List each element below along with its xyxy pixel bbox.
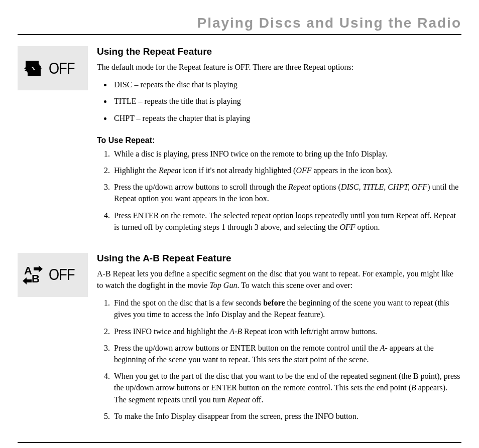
text-column-ab: Using the A-B Repeat Feature A-B Repeat …	[97, 253, 461, 427]
subheading-to-use-repeat: To Use Repeat:	[97, 136, 461, 145]
ab-repeat-off-icon-box: A B OFF	[18, 253, 88, 297]
section-ab-repeat: A B OFF Using the A-B Repeat Feature A-B…	[18, 253, 461, 427]
t: Repeat	[228, 395, 250, 404]
t: Highlight the	[114, 166, 159, 175]
repeat-icon	[22, 57, 45, 80]
svg-text:B: B	[32, 272, 40, 285]
icon-column-repeat: OFF	[18, 46, 88, 238]
bullet-chpt: CHPT – repeats the chapter that is playi…	[112, 112, 461, 124]
bullets-repeat: DISC – repeats the disc that is playing …	[97, 79, 461, 124]
t: . To watch this scene over and over:	[237, 281, 352, 289]
t: option.	[355, 223, 380, 231]
t: Press the up/down arrow buttons to scrol…	[114, 183, 288, 191]
t: Press the up/down arrow buttons or ENTER…	[114, 344, 380, 352]
intro-repeat: The default mode for the Repeat feature …	[97, 61, 461, 73]
steps-repeat: While a disc is playing, press INFO twic…	[97, 148, 461, 233]
step-3: Press the up/down arrow buttons to scrol…	[112, 181, 461, 204]
divider-bottom	[18, 442, 461, 443]
t: icon if it's not already highlighted (	[181, 166, 296, 175]
t: Repeat icon with left/right arrow button…	[244, 327, 377, 336]
intro-ab: A-B Repeat lets you define a specific se…	[97, 268, 461, 291]
page-title: Playing Discs and Using the Radio	[18, 15, 461, 31]
repeat-icon-label: OFF	[49, 59, 75, 78]
t: Press ENTER on the remote. The selected …	[114, 211, 456, 231]
section-repeat: OFF Using the Repeat Feature The default…	[18, 46, 461, 238]
ab-step-5: To make the Info Display disappear from …	[112, 410, 461, 422]
t: OFF	[339, 223, 355, 231]
t: B	[411, 383, 416, 392]
heading-repeat: Using the Repeat Feature	[97, 46, 461, 57]
svg-text:A: A	[24, 264, 32, 277]
divider-top	[18, 34, 461, 35]
steps-ab: Find the spot on the disc that is a few …	[97, 297, 461, 422]
ab-step-1: Find the spot on the disc that is a few …	[112, 297, 461, 320]
text-column-repeat: Using the Repeat Feature The default mod…	[97, 46, 461, 238]
t: Find the spot on the disc that is a few …	[114, 298, 263, 307]
bullet-disc: DISC – repeats the disc that is playing	[112, 79, 461, 90]
t: off.	[250, 395, 263, 404]
t: DISC, TITLE, CHPT, OFF	[341, 183, 427, 191]
step-4: Press ENTER on the remote. The selected …	[112, 210, 461, 233]
bullet-title: TITLE – repeats the title that is playin…	[112, 95, 461, 107]
heading-ab: Using the A-B Repeat Feature	[97, 253, 461, 264]
repeat-off-icon-box: OFF	[18, 46, 88, 90]
step-1: While a disc is playing, press INFO twic…	[112, 148, 461, 160]
ab-icon-label: OFF	[49, 265, 75, 284]
t: options (	[311, 183, 341, 191]
t: appears in the icon box).	[311, 166, 393, 175]
ab-step-4: When you get to the part of the disc tha…	[112, 370, 461, 405]
t: A-B	[229, 327, 244, 336]
t: Repeat	[159, 166, 181, 175]
t: Repeat	[288, 183, 310, 191]
t: Top Gun	[209, 281, 237, 289]
t: When you get to the part of the disc tha…	[114, 372, 460, 392]
t: A-	[380, 344, 388, 352]
t: OFF	[296, 166, 311, 175]
ab-step-2: Press INFO twice and highlight the A-B R…	[112, 326, 461, 337]
t: before	[263, 298, 285, 307]
ab-step-3: Press the up/down arrow buttons or ENTER…	[112, 342, 461, 365]
step-2: Highlight the Repeat icon if it's not al…	[112, 165, 461, 176]
ab-repeat-icon: A B	[22, 263, 45, 286]
t: Press INFO twice and highlight the	[114, 327, 229, 336]
icon-column-ab: A B OFF	[18, 253, 88, 427]
